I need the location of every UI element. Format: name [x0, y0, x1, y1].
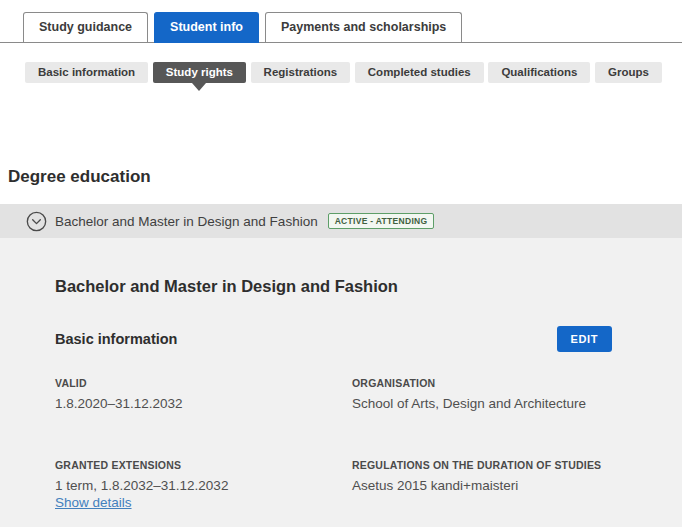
field-value: Asetus 2015 kandi+maisteri	[352, 478, 612, 493]
field-value: 1.8.2020–31.12.2032	[55, 396, 352, 411]
tab-student-info[interactable]: Student info	[154, 12, 259, 43]
accordion-body: Bachelor and Master in Design and Fashio…	[0, 238, 682, 527]
page-title: Degree education	[8, 167, 682, 187]
field-label: VALID	[55, 377, 352, 389]
chevron-down-circle-icon[interactable]	[26, 211, 47, 232]
field-organisation: ORGANISATION School of Arts, Design and …	[352, 377, 612, 411]
basic-information-fields: VALID 1.8.2020–31.12.2032 ORGANISATION S…	[55, 377, 612, 511]
accordion-title: Bachelor and Master in Design and Fashio…	[55, 214, 318, 229]
degree-education-accordion: Bachelor and Master in Design and Fashio…	[0, 204, 682, 527]
field-granted-extensions: GRANTED EXTENSIONS 1 term, 1.8.2032–31.1…	[55, 459, 352, 511]
accordion-header[interactable]: Bachelor and Master in Design and Fashio…	[0, 204, 682, 238]
section-title: Basic information	[55, 331, 177, 347]
subtab-basic-information[interactable]: Basic information	[25, 62, 148, 83]
field-valid: VALID 1.8.2020–31.12.2032	[55, 377, 352, 411]
field-value: 1 term, 1.8.2032–31.12.2032	[55, 478, 352, 493]
subtab-registrations[interactable]: Registrations	[251, 62, 351, 83]
field-label: ORGANISATION	[352, 377, 612, 389]
field-value: School of Arts, Design and Architecture	[352, 396, 612, 411]
field-regulations: REGULATIONS ON THE DURATION OF STUDIES A…	[352, 459, 612, 511]
subtab-study-rights[interactable]: Study rights	[153, 62, 246, 83]
tab-study-guidance[interactable]: Study guidance	[23, 12, 148, 42]
subtab-completed-studies[interactable]: Completed studies	[355, 62, 484, 83]
show-details-link[interactable]: Show details	[55, 495, 132, 510]
study-right-heading: Bachelor and Master in Design and Fashio…	[55, 277, 612, 296]
field-label: GRANTED EXTENSIONS	[55, 459, 352, 471]
subtab-qualifications[interactable]: Qualifications	[488, 62, 590, 83]
basic-information-section-header: Basic information EDIT	[55, 326, 612, 352]
tab-payments-and-scholarships[interactable]: Payments and scholarships	[265, 12, 462, 42]
status-badge: ACTIVE - ATTENDING	[328, 213, 435, 229]
field-label: REGULATIONS ON THE DURATION OF STUDIES	[352, 459, 612, 471]
main-tab-bar: Study guidance Student info Payments and…	[0, 0, 682, 43]
subtab-groups[interactable]: Groups	[595, 62, 662, 83]
edit-button[interactable]: EDIT	[557, 326, 612, 352]
sub-tab-bar: Basic information Study rights Registrat…	[0, 62, 682, 83]
